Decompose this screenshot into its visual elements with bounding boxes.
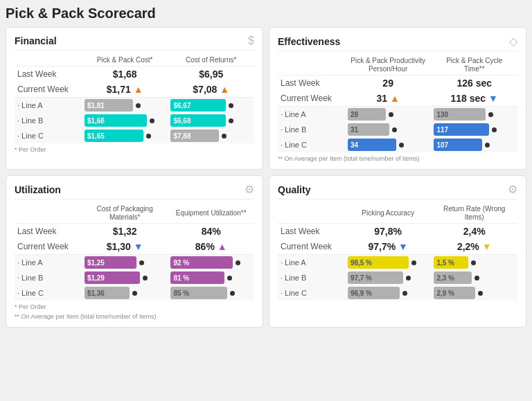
financial-col1-arrow-up: ▲: [134, 84, 143, 95]
effectiveness-col2-header: Pick & Pack CycleTime**: [431, 55, 517, 75]
utilization-header: Utilization ⚙: [15, 183, 254, 199]
financial-card: Financial $ Pick & Pack Cost* Cost of Re…: [6, 27, 263, 170]
financial-lineB-col1: $1,68: [82, 113, 168, 128]
financial-current-week-label: Current Week: [15, 82, 82, 98]
utilization-title: Utilization: [15, 184, 61, 195]
utilization-table: Cost of Packaging Materials* Equipment U…: [15, 204, 254, 301]
utilization-last-week-row: Last Week $1,32 84%: [15, 224, 254, 240]
utilization-lineB-bar1: $1,29: [85, 271, 140, 284]
utilization-lineB-bar2: 81 %: [170, 271, 224, 284]
financial-lineB-label: · Line B: [15, 113, 82, 128]
utilization-lineC-bar2: 85 %: [170, 287, 227, 299]
financial-lineC-bar1: $1,65: [85, 130, 143, 142]
quality-lineC-bar2: 2,9 %: [434, 287, 475, 299]
financial-lineA-dot2: [229, 103, 233, 108]
financial-lineC-col1: $1,65: [82, 128, 168, 143]
financial-col1-header: Pick & Pack Cost*: [82, 55, 168, 66]
utilization-lineA-bar2: 92 %: [170, 256, 233, 269]
quality-header: Quality ⚙: [278, 183, 517, 199]
effectiveness-icon: ◇: [509, 35, 517, 48]
utilization-col2-arrow: ▲: [218, 241, 227, 252]
utilization-lineC-bar1: $1,36: [85, 287, 130, 299]
quality-lineA-bar1: 98,5 %: [348, 256, 409, 269]
utilization-current-week-row: Current Week $1,30 ▼ 86% ▲: [15, 239, 254, 255]
table-row: · Line A $1,81 $6,67: [15, 98, 254, 114]
financial-col2-header: Cost of Returns*: [168, 55, 254, 66]
table-row: · Line A $1,25 92 %: [15, 255, 254, 271]
effectiveness-col2-arrow: ▼: [488, 93, 498, 104]
table-row: · Line C 34 107: [278, 137, 517, 152]
utilization-col2-header: Equipment Utilization**: [168, 204, 254, 224]
financial-current-week-row: Current Week $1,71 ▲ $7,08 ▲: [15, 82, 254, 98]
table-row: · Line A 98,5 % 1,5 %: [278, 255, 517, 271]
financial-icon: $: [248, 35, 254, 47]
utilization-card: Utilization ⚙ Cost of Packaging Material…: [6, 175, 263, 328]
table-row: · Line C $1,36 85 %: [15, 285, 254, 301]
table-row: · Line B 31 117: [278, 122, 517, 137]
financial-table: Pick & Pack Cost* Cost of Returns* Last …: [15, 55, 254, 143]
utilization-footnote2: ** On Average per Item (total time/numbe…: [15, 313, 254, 320]
financial-last-week-row: Last Week $1,68 $6,95: [15, 66, 254, 82]
utilization-lineA-bar1: $1,25: [85, 256, 136, 269]
table-row: · Line C $1,65 $7,88: [15, 128, 254, 143]
financial-lineA-bar2: $6,67: [170, 99, 226, 112]
financial-lineA-col1: $1,81: [82, 98, 168, 114]
financial-lineA-label: · Line A: [15, 98, 82, 114]
quality-current-week-row: Current Week 97,7% ▼ 2,2% ▼: [278, 239, 517, 255]
quality-table: Picking Accuracy Return Rate (Wrong Item…: [278, 204, 517, 301]
effectiveness-table: Pick & Pack ProductivityPerson/Hour Pick…: [278, 55, 517, 152]
financial-lineC-label: · Line C: [15, 128, 82, 143]
financial-lineB-col2: $6,68: [168, 113, 254, 128]
effectiveness-lineA-bar2: 130: [434, 108, 486, 121]
table-row: · Line B 97,7 % 2,3 %: [278, 270, 517, 285]
financial-col2-arrow-up: ▲: [220, 84, 229, 95]
financial-lineB-dot2: [229, 118, 233, 123]
effectiveness-header: Effectiveness ◇: [278, 35, 517, 51]
effectiveness-lineB-bar2: 117: [434, 123, 489, 136]
effectiveness-lineB-bar1: 31: [348, 123, 389, 136]
financial-current-week-col1: $1,71 ▲: [82, 82, 168, 98]
quality-col1-arrow: ▼: [398, 241, 408, 252]
quality-last-week-row: Last Week 97,8% 2,4%: [278, 224, 517, 240]
table-row: · Line B $1,68 $6,68: [15, 113, 254, 128]
effectiveness-last-week-row: Last Week 29 126 sec: [278, 75, 517, 91]
utilization-col1-arrow: ▼: [134, 241, 143, 252]
effectiveness-current-week-row: Current Week 31 ▲ 118 sec ▼: [278, 91, 517, 107]
effectiveness-footnote: ** On Average per Item (total time/numbe…: [278, 155, 517, 162]
quality-title: Quality: [278, 184, 310, 195]
financial-header: Financial $: [15, 35, 254, 51]
financial-lineA-dot1: [136, 103, 141, 108]
effectiveness-title: Effectiveness: [278, 36, 340, 47]
effectiveness-lineA-bar1: 28: [348, 108, 386, 121]
utilization-icon: ⚙: [245, 183, 254, 196]
financial-lineC-bar2: $7,88: [170, 130, 219, 142]
quality-col2-arrow: ▼: [482, 241, 492, 252]
financial-lineC-dot1: [146, 134, 151, 139]
effectiveness-lineC-bar2: 107: [434, 139, 482, 151]
utilization-col1-header: Cost of Packaging Materials*: [82, 204, 168, 224]
quality-lineB-bar1: 97,7 %: [348, 271, 403, 284]
quality-lineC-bar1: 96,9 %: [348, 287, 400, 299]
page-title: Pick & Pack Scorecard: [6, 6, 526, 21]
table-row: · Line A 28 130: [278, 107, 517, 123]
financial-last-week-col2: $6,95: [168, 66, 254, 82]
financial-lineA-col2: $6,67: [168, 98, 254, 114]
effectiveness-col1-arrow: ▲: [390, 93, 400, 104]
financial-lineB-dot1: [150, 118, 154, 123]
financial-last-week-label: Last Week: [15, 66, 82, 82]
quality-icon: ⚙: [508, 183, 517, 196]
effectiveness-lineC-bar1: 34: [348, 139, 396, 151]
financial-last-week-col1: $1,68: [82, 66, 168, 82]
quality-col2-header: Return Rate (Wrong Items): [431, 204, 517, 224]
financial-lineA-bar1: $1,81: [85, 99, 133, 112]
table-row: · Line B $1,29 81 %: [15, 270, 254, 285]
quality-lineA-bar2: 1,5 %: [434, 256, 468, 269]
financial-title: Financial: [15, 35, 57, 46]
quality-col1-header: Picking Accuracy: [345, 204, 432, 224]
quality-card: Quality ⚙ Picking Accuracy Return Rate (…: [269, 175, 526, 328]
financial-footnote: * Per Order: [15, 146, 254, 153]
financial-current-week-col2: $7,08 ▲: [168, 82, 254, 98]
financial-lineC-col2: $7,88: [168, 128, 254, 143]
table-row: · Line C 96,9 % 2,9 %: [278, 285, 517, 301]
effectiveness-card: Effectiveness ◇ Pick & Pack Productivity…: [269, 27, 526, 170]
